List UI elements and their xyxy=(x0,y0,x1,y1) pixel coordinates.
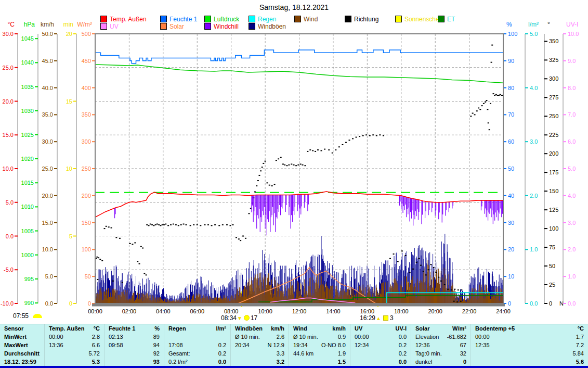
axis-tick-label: 50 xyxy=(85,273,91,280)
axis-tick-label: 1025 xyxy=(21,132,34,138)
sun-icon xyxy=(244,315,250,321)
axis-tick-label: -5.0 xyxy=(4,267,14,273)
axis-tick-label: 20.0 xyxy=(3,98,14,105)
x-axis-tick-label: 00:00 xyxy=(88,308,102,314)
axis-tick-label: 100 xyxy=(549,225,558,232)
stats-cell: Ø 10 min.2.6 xyxy=(230,333,289,341)
axis-tick-label: 5.0 xyxy=(6,199,14,206)
axis-tick-label: 1020 xyxy=(21,156,34,162)
axis-unit-label: % xyxy=(506,21,512,28)
chart-canvas: °C30.025.020.015.010.05.00.0-5.0-10.0hPa… xyxy=(0,0,588,324)
axis-tick-label: 300 xyxy=(82,138,91,145)
axis-tick-label: 30.0 xyxy=(42,138,53,145)
axis-tick-label: 0 xyxy=(508,300,511,307)
axis-tick-label: 1045 xyxy=(21,35,34,42)
stats-cell: 5.84 xyxy=(471,349,588,358)
stats-cell: 00:002.8 xyxy=(44,333,104,341)
stats-header-cell: Sensor xyxy=(0,324,44,333)
x-axis-tick-label: 18:00 xyxy=(394,308,409,314)
sunset-arrow-icon: ▲ xyxy=(376,315,381,321)
x-axis-tick-label: 20:00 xyxy=(428,308,442,314)
axis-tick-label: 0.0 xyxy=(530,300,538,307)
axis-UV-I: UV-I10.09.08.07.06.05.04.03.02.01.00.0 xyxy=(563,21,579,307)
stats-cell: 12:3667 xyxy=(411,341,471,349)
sunrise-annotation: 08:34▼17 xyxy=(221,314,257,322)
sunshine-box-icon xyxy=(383,315,388,321)
axis-tick-label: 0 xyxy=(549,300,552,307)
axis-tick-label: 200 xyxy=(82,193,91,199)
axis-unit-label: l/m² xyxy=(528,21,539,28)
stats-cell: 02:1389 xyxy=(104,333,164,341)
axis-min: min20151050 xyxy=(63,21,76,307)
stats-cell: 0.2 xyxy=(350,349,411,358)
stats-cell: 12:357.2 xyxy=(471,341,588,349)
stats-header-cell: Windkm/h xyxy=(289,324,350,333)
axis-tick-label: 60 xyxy=(508,138,514,145)
axis-tick-label: 175 xyxy=(549,169,558,175)
weather-chart-window: Samstag, 18.12.2021 Temp. AußenFeuchte 1… xyxy=(0,0,588,368)
stats-cell: 5.6 xyxy=(471,358,588,366)
axis-tick-label: 100 xyxy=(82,246,91,252)
axis-tick-label: 125 xyxy=(549,207,558,213)
axis-tick-label: 3.0 xyxy=(530,138,538,145)
axis-hPa: hPa1045104010351030102510201015101010051… xyxy=(21,21,38,306)
axis-unit-label: min xyxy=(63,21,73,28)
axis-tick-label: 20 xyxy=(66,31,72,37)
stats-cell: 13:366.6 xyxy=(44,341,104,349)
stats-cell: 00:000.0 xyxy=(350,333,411,341)
axis-unit-label: °C xyxy=(8,21,15,28)
axis-tick-label: 350 xyxy=(549,38,558,44)
stats-cell: 0.0 xyxy=(350,358,411,366)
axis-tick-label: 25 xyxy=(549,282,555,288)
axis-tick-label: 40 xyxy=(508,193,514,199)
axis-tick-label: 50 xyxy=(508,166,514,172)
stats-cell: 3.3 xyxy=(230,349,289,358)
axis-tick-label: 300 xyxy=(549,75,558,82)
axis-tick-label: 1015 xyxy=(21,180,34,186)
axis-tick-label: 10.0 xyxy=(568,31,579,37)
axis-tick-label: 400 xyxy=(82,85,91,91)
axis-tick-label: 275 xyxy=(549,94,558,100)
stats-cell: 19:34O-NO 8.0 xyxy=(289,341,350,349)
axis-tick-label: 70 xyxy=(508,111,514,118)
stats-cell: MaxWert xyxy=(0,341,44,349)
axis-tick-label: 50 xyxy=(549,263,555,269)
stats-cell: 1.5 xyxy=(289,358,350,366)
axis-tick-label: 1010 xyxy=(21,204,34,210)
dawn-time: 07:55 xyxy=(13,312,42,320)
x-axis-tick-label: 14:00 xyxy=(326,308,341,314)
axis-tick-label: 500 xyxy=(82,31,91,37)
axis-tick-label: 10 xyxy=(508,273,514,280)
stats-cell xyxy=(164,333,230,341)
axis-tick-label: 5.0 xyxy=(568,166,576,172)
axis-tick-label: 10.0 xyxy=(42,246,53,252)
x-axis-tick-label: 12:00 xyxy=(292,308,307,314)
stats-cell: dunkel0 xyxy=(411,358,471,366)
axis-tick-label: 100 xyxy=(508,31,517,37)
axis-tick-label: 225 xyxy=(549,132,558,138)
axis-tick-label: 990 xyxy=(24,300,34,306)
stats-header-cell: Regenl/m² xyxy=(164,324,230,333)
x-axis-tick-label: 04:00 xyxy=(156,308,171,314)
axis-unit-label: UV-I xyxy=(566,21,578,28)
stats-header-cell: Feuchte 1% xyxy=(104,324,164,333)
sunset-annotation: 16:29▲3 xyxy=(360,314,394,322)
stats-cell: 0.2 l/m²0.0 xyxy=(164,358,230,366)
stats-cell: Durchschnitt xyxy=(0,349,44,358)
x-axis-tick-label: 24:00 xyxy=(496,308,511,314)
stats-header-cell: Windböenkm/h xyxy=(230,324,289,333)
axis-tick-label: 90 xyxy=(508,58,514,64)
axis-tick-label: 40.0 xyxy=(42,85,53,91)
axis-tick-label: 995 xyxy=(24,276,34,282)
stats-cell: Tag:0 min.32 xyxy=(411,349,471,358)
stats-header-cell: Temp. Außen°C xyxy=(44,324,104,333)
stats-cell: Elevation-61.682 xyxy=(411,333,471,341)
sunrise-arrow-icon: ▼ xyxy=(237,315,242,321)
axis-tick-label: 200 xyxy=(549,150,558,157)
axis-unit-label: hPa xyxy=(24,21,35,28)
axis-°: °350325300275250225200175150125100755025… xyxy=(544,21,564,307)
stats-cell: 17:080.2 xyxy=(164,341,230,349)
axis-tick-label: 1.0 xyxy=(530,246,538,252)
axis-tick-label: 9.0 xyxy=(568,58,576,64)
stats-cell: MinWert xyxy=(0,333,44,341)
